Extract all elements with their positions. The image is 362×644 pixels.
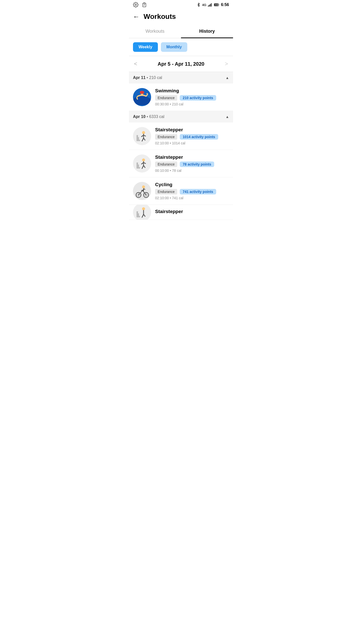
bluetooth-icon bbox=[197, 3, 201, 7]
workout-item-stair1[interactable]: Stairstepper Endurance 1014 activity poi… bbox=[129, 123, 233, 150]
day-section-apr11[interactable]: Apr 11 • 210 cal ▲ bbox=[129, 72, 233, 84]
filter-weekly-button[interactable]: Weekly bbox=[133, 42, 158, 52]
workout-details-stair2: Stairstepper Endurance 78 activity point… bbox=[155, 154, 229, 173]
svg-point-28 bbox=[142, 158, 145, 162]
date-navigation: < Apr 5 - Apr 11, 2020 > bbox=[129, 56, 233, 72]
day-info-apr10: Apr 10 • 6333 cal bbox=[133, 114, 164, 119]
day-section-apr10[interactable]: Apr 10 • 6333 cal ▲ bbox=[129, 111, 233, 123]
workout-tags-stair2: Endurance 78 activity points bbox=[155, 162, 229, 167]
collapse-icon-apr11: ▲ bbox=[225, 76, 229, 80]
workout-avatar-stair3 bbox=[133, 205, 151, 220]
workout-details-swimming: Swimming Endurance 210 activity points 0… bbox=[155, 88, 229, 106]
workout-item-stair3[interactable]: Stairstepper bbox=[129, 205, 233, 220]
svg-rect-4 bbox=[210, 4, 211, 7]
signal-icon bbox=[208, 3, 212, 7]
status-bar: 4G 6:56 bbox=[129, 0, 233, 10]
time-display: 6:56 bbox=[221, 3, 229, 7]
svg-point-13 bbox=[140, 91, 144, 94]
svg-rect-16 bbox=[137, 137, 139, 140]
workout-meta-stair2: 00:10:00 • 78 cal bbox=[155, 169, 229, 173]
workout-avatar-swimming bbox=[133, 88, 151, 106]
svg-point-54 bbox=[142, 207, 145, 210]
svg-rect-2 bbox=[208, 6, 209, 7]
svg-point-46 bbox=[142, 185, 145, 188]
filter-row: Weekly Monthly bbox=[129, 38, 233, 56]
gear-icon bbox=[133, 2, 139, 8]
workout-meta-cycling: 02:10:00 • 741 cal bbox=[155, 196, 229, 200]
tab-bar: Workouts History bbox=[129, 25, 233, 38]
clipboard-icon bbox=[142, 2, 147, 8]
svg-rect-52 bbox=[137, 213, 139, 216]
svg-rect-3 bbox=[209, 5, 210, 7]
svg-point-0 bbox=[135, 4, 137, 6]
workout-avatar-cycling bbox=[133, 182, 151, 200]
workout-avatar-stair2 bbox=[133, 154, 151, 173]
prev-date-button[interactable]: < bbox=[134, 61, 137, 67]
next-date-button[interactable]: > bbox=[225, 61, 228, 67]
svg-rect-51 bbox=[137, 216, 140, 217]
workout-tags-swimming: Endurance 210 activity points bbox=[155, 95, 229, 101]
stair-illustration-1 bbox=[133, 127, 151, 145]
workout-avatar-stair1 bbox=[133, 127, 151, 145]
svg-rect-25 bbox=[137, 167, 140, 169]
day-info-apr11: Apr 11 • 210 cal bbox=[133, 75, 162, 80]
tab-workouts[interactable]: Workouts bbox=[129, 25, 181, 38]
status-bar-right-icons: 4G 6:56 bbox=[197, 3, 229, 7]
workout-item-stair2[interactable]: Stairstepper Endurance 78 activity point… bbox=[129, 150, 233, 177]
svg-rect-53 bbox=[137, 211, 138, 213]
svg-rect-17 bbox=[137, 135, 138, 137]
tab-history[interactable]: History bbox=[181, 25, 233, 38]
collapse-icon-apr10: ▲ bbox=[225, 115, 229, 119]
svg-rect-26 bbox=[137, 165, 139, 167]
cycling-illustration bbox=[133, 182, 151, 200]
workout-item-swimming[interactable]: Swimming Endurance 210 activity points 0… bbox=[129, 84, 233, 111]
workout-item-cycling[interactable]: Cycling Endurance 741 activity points 02… bbox=[129, 177, 233, 205]
svg-point-18 bbox=[142, 131, 145, 134]
page-header: ← Workouts bbox=[129, 10, 233, 25]
svg-rect-15 bbox=[137, 140, 140, 141]
workout-details-stair1: Stairstepper Endurance 1014 activity poi… bbox=[155, 127, 229, 145]
svg-rect-27 bbox=[137, 163, 138, 165]
page-title: Workouts bbox=[144, 13, 176, 21]
battery-icon bbox=[214, 3, 219, 7]
date-range-label: Apr 5 - Apr 11, 2020 bbox=[158, 61, 204, 67]
svg-point-9 bbox=[133, 96, 151, 105]
workout-tags-stair1: Endurance 1014 activity points bbox=[155, 134, 229, 140]
workout-meta-stair1: 02:10:00 • 1014 cal bbox=[155, 141, 229, 145]
status-bar-left-icons bbox=[133, 2, 147, 8]
svg-rect-5 bbox=[211, 3, 212, 7]
stair-illustration-3 bbox=[133, 205, 151, 220]
stair-illustration-2 bbox=[133, 154, 151, 173]
workout-tags-cycling: Endurance 741 activity points bbox=[155, 189, 229, 194]
workout-meta-swimming: 00:30:00 • 210 cal bbox=[155, 102, 229, 106]
back-button[interactable]: ← bbox=[133, 13, 140, 21]
swimming-illustration bbox=[133, 88, 151, 106]
workout-details-cycling: Cycling Endurance 741 activity points 02… bbox=[155, 182, 229, 200]
workout-details-stair3: Stairstepper bbox=[155, 209, 229, 216]
svg-rect-1 bbox=[144, 3, 145, 4]
filter-monthly-button[interactable]: Monthly bbox=[161, 42, 187, 52]
network-label: 4G bbox=[202, 3, 206, 7]
